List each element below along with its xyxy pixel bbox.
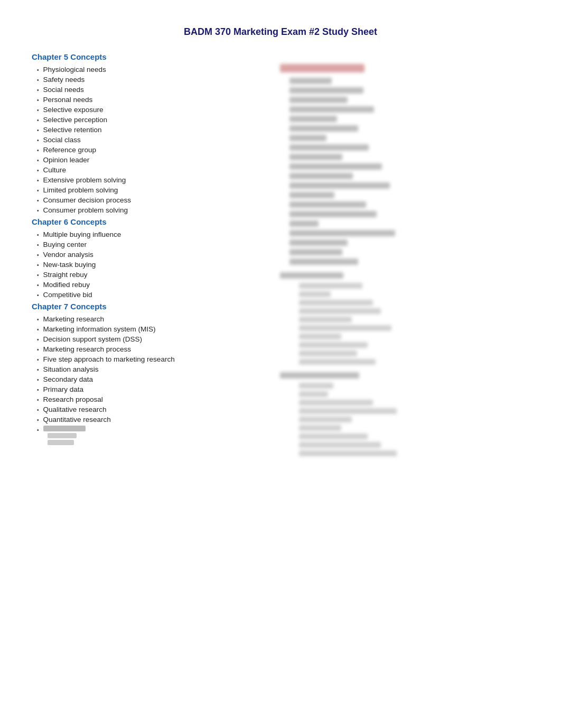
blurred-chapter-heading [280, 64, 364, 72]
chapter7-list: Marketing research Marketing information… [32, 315, 259, 445]
list-item: Selective retention [37, 126, 259, 134]
list-item: Marketing information system (MIS) [37, 325, 259, 333]
blurred-subline [299, 342, 368, 348]
blurred-subline [299, 334, 341, 339]
blurred-subline [299, 283, 362, 289]
blurred-line [289, 154, 342, 160]
list-item: Situation analysis [37, 365, 259, 373]
page-wrapper: BADM 370 Marketing Exam #2 Study Sheet C… [32, 26, 529, 459]
list-item: Social class [37, 136, 259, 144]
blurred-line [289, 211, 377, 217]
list-item: Primary data [37, 385, 259, 393]
blurred-subline [299, 450, 397, 456]
blurred-line [289, 239, 348, 246]
list-item: Buying center [37, 241, 259, 248]
blurred-subline [299, 359, 376, 365]
list-item: Modified rebuy [37, 281, 259, 289]
blurred-line [289, 135, 326, 141]
list-item: Extensive problem solving [37, 176, 259, 184]
list-item: Reference group [37, 146, 259, 154]
list-item: Opinion leader [37, 156, 259, 164]
blurred-line [289, 230, 395, 236]
list-item: Limited problem solving [37, 186, 259, 194]
blurred-line [289, 106, 374, 113]
list-item: Consumer decision process [37, 196, 259, 204]
blurred-subline [299, 442, 381, 448]
blurred-line [289, 87, 363, 94]
list-item: Selective perception [37, 116, 259, 124]
blurred-subline [299, 425, 341, 431]
list-item: Quantitative research [37, 416, 259, 423]
blurred-line [289, 144, 369, 151]
chapter5-list: Physiological needs Safety needs Social … [32, 66, 259, 214]
blurred-line [289, 249, 342, 255]
blurred-subline [299, 417, 352, 422]
list-item: Selective exposure [37, 106, 259, 114]
blurred-subline [299, 408, 397, 414]
list-item: Secondary data [37, 375, 259, 383]
blurred-subline [299, 400, 373, 406]
blurred-subline [299, 291, 331, 297]
blurred-line [289, 182, 390, 189]
blurred-line [289, 125, 358, 132]
list-item: Personal needs [37, 96, 259, 104]
right-column [280, 52, 529, 459]
list-item: New-task buying [37, 261, 259, 269]
blurred-line [289, 220, 319, 227]
chapter6-heading: Chapter 6 Concepts [32, 217, 259, 226]
list-item: Social needs [37, 86, 259, 94]
list-item: Safety needs [37, 76, 259, 84]
blurred-line [289, 78, 332, 84]
blurred-line [289, 163, 382, 170]
list-item: Straight rebuy [37, 271, 259, 279]
list-item: Culture [37, 166, 259, 174]
chapter5-heading: Chapter 5 Concepts [32, 52, 259, 61]
list-item: Decision support system (DSS) [37, 335, 259, 343]
list-item [37, 426, 259, 445]
blurred-line [289, 97, 348, 103]
blurred-subline [299, 317, 352, 322]
list-item: Marketing research [37, 315, 259, 323]
blurred-line [289, 201, 366, 208]
blurred-subline [299, 308, 381, 314]
blurred-subline [299, 434, 368, 439]
list-item: Multiple buying influence [37, 231, 259, 238]
blurred-line [289, 259, 358, 265]
list-item: Marketing research process [37, 345, 259, 353]
blurred-subline [299, 300, 373, 306]
blurred-line [289, 192, 334, 198]
chapter7-heading: Chapter 7 Concepts [32, 302, 259, 311]
blurred-line [289, 173, 353, 179]
list-item: Five step approach to marketing research [37, 355, 259, 363]
chapter6-section: Chapter 6 Concepts Multiple buying influ… [32, 217, 259, 299]
list-item: Vendor analysis [37, 251, 259, 259]
chapter5-section: Chapter 5 Concepts Physiological needs S… [32, 52, 259, 214]
page-title: BADM 370 Marketing Exam #2 Study Sheet [32, 26, 529, 38]
list-item: Research proposal [37, 395, 259, 403]
blurred-subline [299, 391, 328, 397]
blurred-line [289, 116, 337, 122]
content-columns: Chapter 5 Concepts Physiological needs S… [32, 52, 529, 459]
list-item: Physiological needs [37, 66, 259, 73]
chapter6-list: Multiple buying influence Buying center … [32, 231, 259, 299]
blurred-section2 [280, 272, 529, 365]
blurred-subline [299, 383, 333, 389]
list-item: Competitive bid [37, 291, 259, 299]
chapter7-section: Chapter 7 Concepts Marketing research Ma… [32, 302, 259, 445]
blurred-section3 [280, 372, 529, 456]
blurred-subline [299, 351, 357, 356]
blurred-subline [299, 325, 391, 331]
left-column: Chapter 5 Concepts Physiological needs S… [32, 52, 259, 459]
list-item: Consumer problem solving [37, 206, 259, 214]
list-item: Qualitative research [37, 406, 259, 413]
